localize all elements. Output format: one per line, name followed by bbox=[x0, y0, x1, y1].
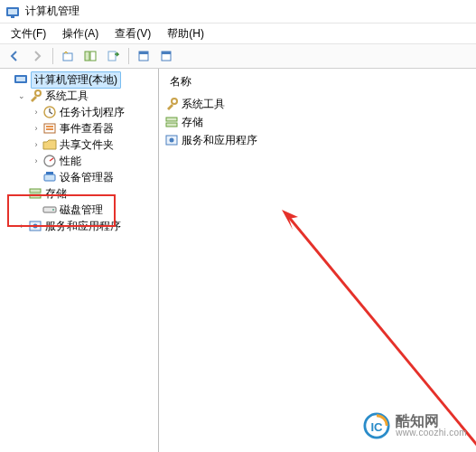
tree-system-tools[interactable]: ⌄ 系统工具 bbox=[14, 88, 158, 104]
svg-rect-29 bbox=[166, 123, 177, 127]
forward-button[interactable] bbox=[26, 46, 48, 66]
export-button[interactable] bbox=[102, 46, 124, 66]
services-icon bbox=[164, 133, 179, 147]
content-area: ▾ 计算机管理(本地) ⌄ 系统工具 bbox=[0, 69, 476, 452]
svg-rect-4 bbox=[85, 52, 89, 61]
collapse-icon[interactable]: ⌄ bbox=[16, 188, 27, 199]
disk-icon bbox=[42, 202, 57, 217]
svg-point-24 bbox=[52, 209, 54, 211]
watermark-logo-icon: IC bbox=[363, 412, 390, 439]
back-button[interactable] bbox=[4, 46, 25, 66]
svg-point-13 bbox=[35, 90, 41, 96]
tree-pane: ▾ 计算机管理(本地) ⌄ 系统工具 bbox=[0, 69, 159, 452]
folder-share-icon bbox=[42, 137, 57, 152]
device-icon bbox=[42, 170, 57, 184]
svg-rect-3 bbox=[63, 53, 72, 61]
show-hide-tree-button[interactable] bbox=[79, 46, 101, 66]
help-button[interactable] bbox=[155, 46, 177, 66]
svg-rect-8 bbox=[139, 52, 148, 54]
clock-icon bbox=[42, 105, 57, 119]
menu-help[interactable]: 帮助(H) bbox=[160, 24, 211, 43]
properties-button[interactable] bbox=[133, 46, 154, 66]
svg-text:IC: IC bbox=[371, 420, 384, 434]
list-item-storage[interactable]: 存储 bbox=[164, 113, 471, 131]
expand-icon[interactable]: › bbox=[31, 155, 42, 166]
tree-label: 系统工具 bbox=[45, 89, 89, 104]
svg-rect-19 bbox=[44, 174, 55, 181]
column-header-name[interactable]: 名称 bbox=[164, 72, 471, 95]
expand-icon[interactable]: › bbox=[31, 123, 42, 134]
tree-device-manager[interactable]: › 设备管理器 bbox=[29, 169, 158, 185]
tools-icon bbox=[28, 89, 42, 103]
app-icon bbox=[5, 5, 20, 19]
expand-icon[interactable]: › bbox=[31, 139, 42, 150]
list-item-system-tools[interactable]: 系统工具 bbox=[164, 95, 471, 113]
tree-storage[interactable]: ⌄ 存储 bbox=[14, 185, 158, 202]
tree-label: 性能 bbox=[60, 154, 81, 169]
tree-performance[interactable]: › 性能 bbox=[29, 153, 158, 169]
tree-label: 设备管理器 bbox=[60, 170, 114, 185]
tree-label: 存储 bbox=[45, 186, 67, 202]
svg-rect-12 bbox=[16, 77, 25, 81]
storage-icon bbox=[164, 115, 179, 129]
expand-icon[interactable]: › bbox=[16, 221, 27, 231]
toolbar-separator bbox=[128, 48, 129, 64]
services-icon bbox=[28, 219, 42, 233]
svg-point-27 bbox=[172, 99, 177, 104]
svg-rect-28 bbox=[166, 118, 177, 121]
window-titlebar: 计算机管理 bbox=[0, 0, 476, 24]
tree-disk-management[interactable]: › 磁盘管理 bbox=[29, 202, 158, 218]
tree-task-scheduler[interactable]: › 任务计划程序 bbox=[29, 104, 158, 120]
tools-icon bbox=[164, 97, 179, 111]
svg-rect-17 bbox=[46, 128, 53, 130]
tree-label: 共享文件夹 bbox=[60, 137, 114, 153]
svg-point-26 bbox=[33, 224, 38, 229]
detail-pane: 名称 系统工具 存储 服务和应用程序 bbox=[159, 69, 476, 452]
menu-action[interactable]: 操作(A) bbox=[55, 24, 106, 43]
svg-rect-1 bbox=[8, 9, 17, 14]
svg-rect-2 bbox=[11, 16, 14, 18]
tree-label: 事件查看器 bbox=[60, 121, 114, 137]
svg-rect-10 bbox=[162, 52, 171, 54]
svg-point-31 bbox=[170, 138, 174, 143]
list-label: 存储 bbox=[182, 115, 203, 130]
watermark-en: www.coozhi.com bbox=[396, 428, 467, 438]
svg-rect-16 bbox=[46, 126, 53, 127]
tree-label: 磁盘管理 bbox=[60, 202, 103, 218]
menu-file[interactable]: 文件(F) bbox=[4, 24, 53, 43]
list-label: 系统工具 bbox=[182, 97, 225, 112]
tree-root[interactable]: ▾ 计算机管理(本地) bbox=[0, 71, 158, 88]
watermark: IC 酷知网 www.coozhi.com bbox=[363, 412, 467, 439]
list-item-services-apps[interactable]: 服务和应用程序 bbox=[164, 131, 471, 149]
collapse-icon[interactable]: ⌄ bbox=[16, 90, 27, 101]
svg-rect-20 bbox=[46, 172, 53, 174]
menu-view[interactable]: 查看(V) bbox=[107, 24, 158, 43]
menubar: 文件(F) 操作(A) 查看(V) 帮助(H) bbox=[0, 24, 476, 43]
tree-services-apps[interactable]: › 服务和应用程序 bbox=[14, 218, 158, 234]
tree-label: 任务计划程序 bbox=[60, 105, 125, 120]
tree-shared-folders[interactable]: › 共享文件夹 bbox=[29, 137, 158, 153]
expand-icon[interactable]: › bbox=[31, 107, 42, 118]
svg-rect-6 bbox=[108, 52, 116, 61]
computer-icon bbox=[14, 72, 28, 87]
toolbar bbox=[0, 43, 476, 69]
tree-label: 服务和应用程序 bbox=[45, 219, 121, 234]
list-label: 服务和应用程序 bbox=[182, 133, 257, 148]
svg-rect-21 bbox=[30, 189, 41, 193]
up-button[interactable] bbox=[57, 46, 79, 66]
toolbar-separator bbox=[52, 48, 53, 64]
event-icon bbox=[42, 121, 57, 136]
performance-icon bbox=[42, 154, 57, 168]
svg-rect-5 bbox=[90, 52, 96, 61]
svg-rect-22 bbox=[30, 194, 41, 198]
window-title: 计算机管理 bbox=[25, 4, 79, 19]
watermark-cn: 酷知网 bbox=[396, 414, 467, 428]
tree-event-viewer[interactable]: › 事件查看器 bbox=[29, 120, 158, 137]
tree-root-label: 计算机管理(本地) bbox=[31, 71, 121, 89]
storage-icon bbox=[28, 186, 42, 201]
